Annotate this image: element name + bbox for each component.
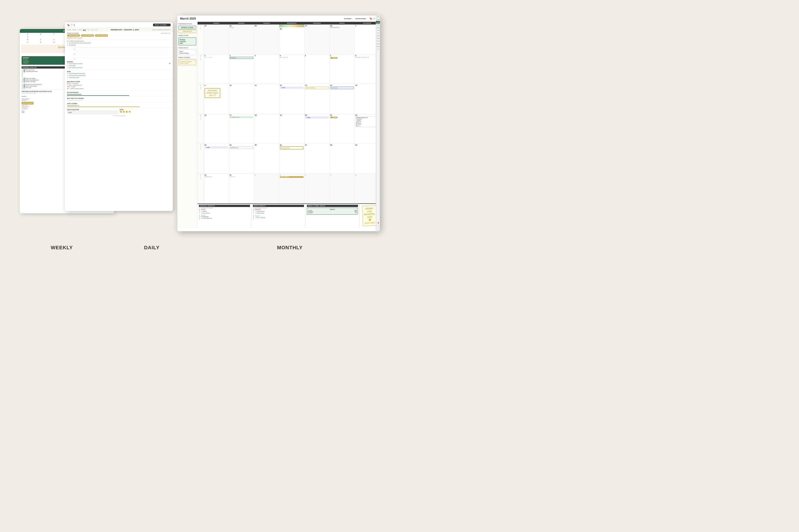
word-label: TODAY IN ONE WORD: [67, 109, 118, 110]
tab-aug[interactable]: AUG: [376, 34, 380, 37]
projects-text: PROJECTS!: [180, 31, 195, 32]
tab-sections[interactable]: ⊞: [376, 224, 380, 227]
learned-value: studying hard pays off: [67, 105, 170, 106]
personal-task-2: ✓ fold laundry: [67, 65, 170, 67]
back-to-week-button[interactable]: BACK TO WEEK →: [153, 24, 170, 26]
tab-feb[interactable]: FEB: [376, 18, 380, 21]
tab-dec[interactable]: DEC: [376, 45, 380, 48]
work-label: WORK: [67, 71, 170, 72]
personal-projects-section: PERSONAL PROJECTS DUE DATES TOP PRIORITY…: [198, 204, 252, 228]
spring-clean-note: Spring Clean!: [280, 146, 304, 150]
st-patricks-day: ST. PATRICK'S DAY: [230, 116, 253, 118]
monthly-left-panel: THIS MONTH'S FOCUS SPRING CLEAN! PROJECT…: [177, 22, 198, 228]
cal-week-12: 12 WEEK 12 16 17 ST. PATRICK'S DAY 18: [198, 114, 380, 144]
cal-week-13: 13 WEEK 13 23 ≡ 4,289: [198, 144, 380, 174]
floral-decoration: [279, 24, 304, 27]
daily-icons-left: 🔖 ♡ ⤴: [67, 24, 75, 26]
work-bottom-task-3: ✓ Check in wl leads: [255, 217, 304, 218]
cal-day-mar5: 5 ASH WEDNESDAY: [279, 54, 305, 84]
cal-day-feb23: 23: [204, 24, 229, 54]
cal-day-mar23: 23 ≡ 4,289: [204, 144, 229, 173]
cal-day-mar10: 10: [229, 84, 254, 114]
cal-day-feb25: 25: [254, 24, 279, 54]
personal-bottom-task-3: ✓ Net working events: [201, 217, 250, 219]
cal-day-mar20: 20 ≡ 3,365: [305, 114, 330, 144]
monthly-body: THIS MONTH'S FOCUS SPRING CLEAN! PROJECT…: [177, 22, 380, 228]
people-list: Parents Caroline Allie: [178, 38, 196, 45]
bookmark-icon: 🔖: [67, 24, 70, 26]
thing-connect: Connect wl People: [180, 61, 195, 62]
daily-main-date: WEDNESDAY · JANUARY 1, 2025: [111, 29, 139, 31]
cal-day-mar25: 25: [254, 144, 279, 173]
people-to-see-section: PEOPLE TO SEE Parents Caroline Allie: [178, 35, 196, 45]
focus-section-title: THIS MONTH'S FOCUS: [178, 23, 196, 25]
mood-emoji-2[interactable]: 🙂: [123, 111, 125, 113]
weekly-label: WEEKLY: [51, 245, 73, 250]
word-value: busy!: [67, 111, 118, 114]
tab-g[interactable]: G: [376, 227, 380, 229]
daily-learned-section: TODAY I LEARNED studying hard pays off: [65, 102, 173, 108]
pay-day-badge-7: 💵 PAY DAY: [330, 57, 338, 59]
daily-personal-section: PERSONAL ✓ pack meal prep for lunch 📅 ✓ …: [65, 60, 173, 70]
tab-jan[interactable]: JAN: [376, 16, 380, 18]
mood-emoji-1[interactable]: 😐: [120, 111, 122, 113]
cal-day-feb26: 26: [279, 24, 305, 54]
eid-al-fitr: EID AL-FITR: [230, 176, 253, 177]
tab-quarters[interactable]: QTR: [376, 48, 380, 50]
tab-sep[interactable]: SEP: [376, 37, 380, 40]
self-label: SELF-MAINTENANCE: [67, 92, 170, 93]
daily-self-section: SELF-MAINTENANCE decompressed at the gym: [65, 91, 173, 97]
tab-jul[interactable]: JUL: [376, 32, 380, 34]
tab-planner-icon[interactable]: 🍎: [376, 222, 380, 224]
refill-medication-note: Refill Medication: [230, 146, 253, 149]
renew-car-note: RENEWCARREGISTRA-TION!😊(before April): [362, 205, 377, 226]
cal-day-mar27: 27: [305, 144, 330, 173]
tab-nov[interactable]: NOV: [376, 42, 380, 45]
work-project-note: Work Project: [330, 87, 354, 89]
person-parents: Parents: [180, 39, 195, 40]
tab-apr[interactable]: APR: [376, 24, 380, 26]
personal-bottom-task-1: ✓ declutter: [201, 210, 250, 212]
tab-jun[interactable]: JUN: [376, 29, 380, 32]
monthly-label: MONTHLY: [277, 245, 303, 250]
tab-mar[interactable]: MAR: [376, 21, 380, 24]
roadmap-button[interactable]: ROADMAP →: [344, 18, 353, 19]
focus-section: THIS MONTH'S FOCUS SPRING CLEAN! PROJECT…: [178, 23, 196, 33]
thing-book: Finish a book~: [180, 62, 195, 64]
daily-best-section: BEST THING THAT HAPPENED ★ got a 87% on …: [65, 97, 173, 102]
break-down-title: BREAK IT DOWN: CREATE: [307, 205, 358, 207]
mood-label: MOOD:: [120, 109, 170, 110]
cal-day-mar3: 3 docs@11am: [229, 54, 254, 84]
daily-date-header: S 12/29 M 12/30 T 12/31 W 1/1 T 1/2 F 1/…: [65, 28, 173, 32]
vision-board-button[interactable]: VISION BOARD →: [355, 18, 368, 19]
planner-labels: WEEKLY DAILY MONTHLY: [20, 245, 380, 251]
monthly-title: March 2025: [180, 17, 196, 20]
mood-emoji-4[interactable]: 😁: [128, 111, 131, 113]
spring-clean-text: SPRING CLEAN!: [180, 27, 195, 28]
cal-day-apr1: 1: [254, 174, 279, 204]
best-label: BEST THING THAT HAPPENED: [67, 98, 170, 99]
budget-widget-23: ≡ 4,289: [204, 146, 228, 149]
planner-bottom-label: PLANNER: [376, 229, 380, 231]
visit-parents-bar: VISIT PARENTS: [280, 176, 304, 178]
gamechanger-task-1: ✓ go to the gym after class to decompres…: [67, 42, 170, 44]
cal-day-mar19: 19: [279, 114, 305, 144]
daily-planner: 🔖 ♡ ⤴ BACK TO WEEK → S 12/29 M 12/30 T 1…: [65, 22, 173, 211]
docs-badge: docs@11am: [230, 57, 253, 59]
mood-emojis: 😐 🙂 😊 😁: [120, 111, 170, 113]
main-container: MARCH S M T W T F S 9 1 2 3 4 10 5 6 7 8…: [20, 16, 380, 240]
tab-may[interactable]: MAY: [376, 26, 380, 29]
work-task-3: ✓ return library book: [67, 77, 170, 79]
ramadan-ends: RAMADAN ENDS: [204, 176, 228, 177]
network-event-note: NETWORK EVENT 3/10@ 1pm 🕐: [204, 88, 220, 98]
mood-emoji-3[interactable]: 😊: [126, 111, 128, 113]
cal-week-14: 14 WEEK 14 30 RAMADAN ENDS 31 EID AL-FIT…: [198, 174, 380, 204]
daily-focus-section: TODAY'S FOCUS NEW YEARS' DAY TODAY'S EXE…: [65, 32, 173, 40]
month-tab-sidebar: JAN FEB MAR APR MAY JUN JUL AUG SEP OCT …: [376, 16, 380, 231]
daily-new-years-label: NEW YEARS' DAY: [161, 33, 170, 34]
tab-oct[interactable]: OCT: [376, 40, 380, 42]
personal-bottom-task-2: ✓ Clean surfaces: [201, 212, 250, 214]
daily-nav-dates: S 12/29 M 12/30 T 12/31 W 1/1 T 1/2 F 1/…: [67, 29, 98, 31]
places-section-title: PLACES TO GO: [178, 47, 196, 49]
cal-day-mar28: 28: [330, 144, 355, 173]
